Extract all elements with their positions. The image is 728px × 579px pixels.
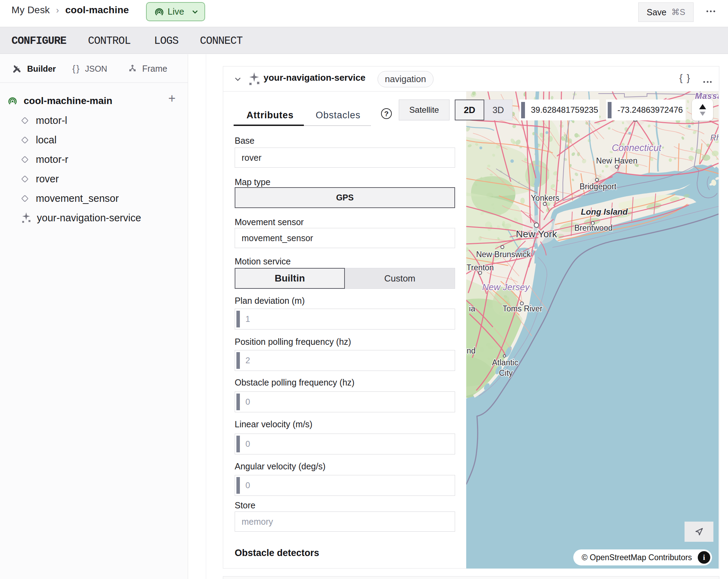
svg-text:ia: ia	[469, 304, 475, 313]
svg-text:Toms River: Toms River	[502, 304, 542, 313]
svg-text:Connecticut: Connecticut	[612, 143, 662, 153]
svg-text:nd: nd	[467, 346, 476, 355]
svg-text:City: City	[499, 368, 513, 378]
svg-text:New Haven: New Haven	[596, 156, 638, 165]
svg-text:Long Island: Long Island	[581, 207, 628, 216]
svg-text:Rhod: Rhod	[710, 133, 719, 142]
svg-text:Trenton: Trenton	[467, 263, 494, 272]
svg-text:Brentwood: Brentwood	[574, 223, 613, 232]
svg-text:Yonkers: Yonkers	[531, 193, 559, 203]
svg-text:New York: New York	[516, 229, 557, 239]
svg-text:New Brunswick: New Brunswick	[476, 250, 531, 259]
svg-text:New Jersey: New Jersey	[482, 282, 530, 292]
svg-text:Atlantic: Atlantic	[492, 358, 518, 367]
svg-text:Bridgeport: Bridgeport	[580, 182, 617, 191]
